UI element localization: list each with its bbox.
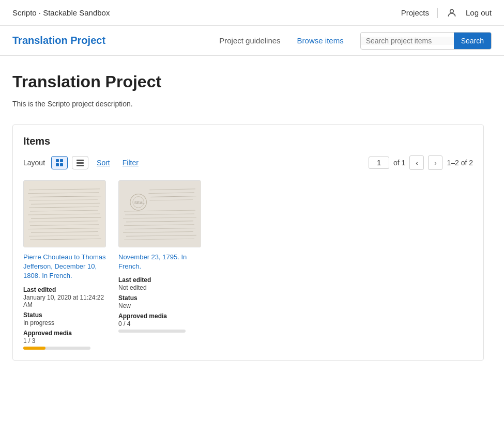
layout-label: Layout — [23, 159, 45, 167]
search-form: Search — [360, 32, 492, 50]
main-content: Translation Project This is the Scripto … — [0, 56, 496, 377]
status-value: New — [118, 302, 201, 309]
project-guidelines-link[interactable]: Project guidelines — [219, 36, 280, 45]
approved-media-label: Approved media — [23, 330, 106, 337]
page-input[interactable]: 1 — [369, 157, 389, 169]
svg-rect-4 — [60, 163, 63, 166]
items-toolbar: Layout Sort Filter 1 of — [23, 155, 473, 170]
user-icon[interactable] — [446, 7, 457, 19]
svg-rect-2 — [60, 159, 63, 162]
page-description: This is the Scripto project description. — [12, 100, 484, 108]
item-card: SEAL — [118, 180, 201, 350]
svg-rect-3 — [56, 163, 59, 166]
svg-rect-1 — [56, 159, 59, 162]
approved-media-value: 0 / 4 — [118, 320, 201, 327]
svg-rect-5 — [77, 160, 84, 161]
app-name: Scripto · Stackable Sandbox — [12, 8, 110, 17]
last-edited-value: Not edited — [118, 284, 201, 291]
projects-link[interactable]: Projects — [401, 8, 429, 17]
nav-divider — [437, 8, 438, 18]
prev-page-button[interactable]: ‹ — [409, 155, 424, 170]
item-thumbnail — [23, 180, 106, 247]
item-thumbnail: SEAL — [118, 180, 201, 247]
page-count: 1–2 of 2 — [447, 159, 473, 167]
progress-bar-track — [118, 330, 186, 333]
status-value: In progress — [23, 319, 106, 326]
page-of: of 1 — [393, 159, 405, 167]
svg-rect-6 — [77, 162, 84, 164]
list-layout-button[interactable] — [72, 156, 88, 169]
items-heading: Items — [23, 135, 473, 147]
item-title[interactable]: Pierre Chouteau to Thomas Jefferson, Dec… — [23, 253, 106, 281]
pagination: 1 of 1 ‹ › 1–2 of 2 — [369, 155, 473, 170]
approved-media-label: Approved media — [118, 312, 201, 320]
top-nav: Scripto · Stackable Sandbox Projects Log… — [0, 0, 504, 26]
status-label: Status — [118, 294, 201, 302]
svg-point-0 — [450, 9, 454, 13]
items-section: Items Layout Sort Filter — [12, 124, 484, 361]
svg-rect-7 — [77, 165, 84, 166]
logout-link[interactable]: Log out — [466, 8, 492, 17]
svg-text:SEAL: SEAL — [134, 200, 145, 205]
filter-button[interactable]: Filter — [118, 157, 143, 169]
search-button[interactable]: Search — [454, 32, 491, 50]
items-grid: Pierre Chouteau to Thomas Jefferson, Dec… — [23, 180, 473, 350]
status-label: Status — [23, 311, 106, 319]
last-edited-label: Last edited — [118, 276, 201, 284]
progress-bar-track — [23, 347, 90, 350]
top-nav-right: Projects Log out — [401, 7, 492, 19]
approved-media-value: 1 / 3 — [23, 337, 106, 345]
sub-nav: Translation Project Project guidelines B… — [0, 26, 504, 56]
browse-items-link[interactable]: Browse items — [297, 36, 344, 45]
last-edited-value: January 10, 2020 at 11:24:22 AM — [23, 294, 106, 308]
last-edited-label: Last edited — [23, 286, 106, 293]
project-title-link[interactable]: Translation Project — [12, 35, 105, 46]
item-card: Pierre Chouteau to Thomas Jefferson, Dec… — [23, 180, 106, 350]
grid-layout-button[interactable] — [51, 156, 68, 169]
search-input[interactable] — [361, 37, 454, 45]
app-title: Scripto · Stackable Sandbox — [12, 8, 110, 17]
sort-button[interactable]: Sort — [93, 157, 114, 169]
page-title: Translation Project — [12, 72, 484, 91]
next-page-button[interactable]: › — [428, 155, 442, 170]
item-title[interactable]: November 23, 1795. In French. — [118, 253, 201, 271]
progress-bar-fill — [23, 347, 45, 350]
